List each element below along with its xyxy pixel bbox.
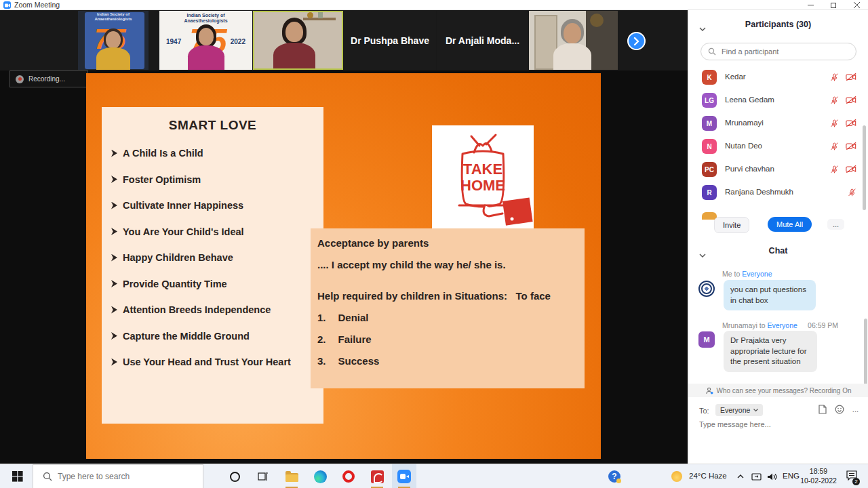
maximize-button[interactable] bbox=[822, 0, 845, 10]
cast-screen-icon[interactable] bbox=[749, 464, 764, 488]
numbered-item: 2.Failure bbox=[317, 333, 585, 345]
mute-all-button[interactable]: Mute All bbox=[768, 217, 812, 232]
taskbar-search-input[interactable] bbox=[58, 472, 186, 481]
notification-badge: 2 bbox=[852, 478, 860, 485]
numbered-item: 3.Success bbox=[317, 355, 585, 367]
list-item: A Child Is a Child bbox=[111, 148, 314, 159]
svg-text:HOME: HOME bbox=[460, 177, 505, 194]
weather-text[interactable]: 24°C Haze bbox=[689, 472, 727, 480]
shared-presentation-slide: SMART LOVE A Child Is a Child Foster Opt… bbox=[86, 73, 601, 459]
action-center-icon[interactable]: 2 bbox=[842, 464, 861, 488]
take-home-graphic: TAKE HOME bbox=[432, 125, 534, 228]
mic-off-icon bbox=[830, 119, 839, 128]
participant-video-tile[interactable]: Indian Society of Anaesthesiologists 75 bbox=[78, 11, 149, 70]
help-heading: Help required by children in Situations:… bbox=[317, 290, 585, 302]
taskbar: ? 24°C Haze ENG 18:59 10-02-2022 2 bbox=[0, 464, 868, 488]
chat-more-button[interactable]: ... bbox=[852, 405, 859, 413]
next-page-videos-button[interactable] bbox=[627, 32, 646, 50]
zoom-app-icon bbox=[3, 1, 11, 9]
start-button[interactable] bbox=[7, 464, 28, 488]
task-view-icon[interactable] bbox=[254, 464, 273, 488]
video-off-icon bbox=[846, 165, 856, 174]
list-item: You Are Your Child's Ideal bbox=[111, 226, 314, 237]
avatar: R bbox=[702, 185, 717, 200]
opera-browser-icon[interactable] bbox=[339, 464, 358, 488]
participant-row[interactable]: K Kedar bbox=[688, 66, 868, 89]
close-button[interactable] bbox=[845, 0, 868, 10]
list-item: Happy Children Behave bbox=[111, 252, 314, 263]
zoom-meeting-window: Zoom Meeting Indian Society of Anaesthes… bbox=[0, 0, 868, 488]
recipient-link[interactable]: Everyone bbox=[742, 270, 772, 278]
acceptance-heading: Acceptance by parents bbox=[317, 237, 585, 249]
file-attach-icon[interactable] bbox=[818, 405, 827, 414]
cortana-icon[interactable] bbox=[225, 464, 244, 488]
arrow-bullet-icon bbox=[111, 332, 117, 340]
participant-silhouette bbox=[553, 19, 591, 70]
edge-browser-icon[interactable] bbox=[311, 464, 330, 488]
taskbar-search[interactable] bbox=[33, 464, 203, 488]
numbered-item: 1.Denial bbox=[317, 312, 585, 323]
list-item: Use Your Head and Trust Your Heart bbox=[111, 357, 314, 367]
list-item: Attention Breeds Independence bbox=[111, 304, 314, 315]
mic-off-icon bbox=[830, 73, 839, 82]
chat-avatar: M bbox=[698, 331, 715, 348]
volume-icon[interactable] bbox=[764, 464, 780, 488]
participants-more-button[interactable]: ... bbox=[827, 219, 844, 230]
arrow-bullet-icon bbox=[111, 359, 117, 366]
participant-row[interactable]: M Mrunamayi bbox=[688, 112, 868, 135]
to-label: To: bbox=[699, 407, 709, 415]
avatar: PC bbox=[702, 162, 717, 177]
participant-name-tile[interactable]: Dr Pushpa Bhave bbox=[344, 11, 436, 70]
arrow-bullet-icon bbox=[111, 228, 117, 235]
avatar: M bbox=[702, 116, 717, 131]
recording-indicator[interactable]: Recording... bbox=[9, 70, 88, 87]
avatar: N bbox=[702, 139, 717, 154]
participant-row[interactable]: N Nutan Deo bbox=[688, 135, 868, 158]
arrow-bullet-icon bbox=[111, 202, 117, 209]
participants-scrollbar[interactable] bbox=[863, 125, 866, 210]
chat-message-input[interactable] bbox=[699, 420, 855, 428]
help-icon[interactable]: ? bbox=[605, 464, 624, 488]
participant-row[interactable]: PC Purvi chavhan bbox=[688, 158, 868, 181]
privacy-note-bar[interactable]: Who can see your messages? Recording On bbox=[688, 384, 868, 397]
language-indicator[interactable]: ENG bbox=[783, 472, 800, 480]
recipient-dropdown[interactable]: Everyone bbox=[715, 404, 763, 416]
message-time: 06:59 PM bbox=[808, 321, 838, 329]
taskbar-clock[interactable]: 18:59 10-02-2022 bbox=[799, 466, 838, 485]
video-off-icon bbox=[846, 119, 856, 127]
mic-off-icon bbox=[830, 96, 839, 105]
chat-message-meta: Me to Everyone bbox=[722, 270, 772, 278]
chat-avatar bbox=[698, 281, 715, 297]
show-hidden-icons[interactable] bbox=[734, 464, 747, 488]
video-off-icon bbox=[846, 142, 856, 150]
participant-row[interactable]: LG Leena Gedam bbox=[688, 89, 868, 112]
date: 10-02-2022 bbox=[799, 476, 838, 485]
acrobat-icon[interactable] bbox=[368, 464, 387, 488]
mic-off-icon bbox=[848, 188, 856, 197]
time: 18:59 bbox=[799, 466, 838, 476]
minimize-button[interactable] bbox=[799, 0, 822, 10]
weather-icon[interactable] bbox=[669, 464, 685, 488]
chat-scrollbar[interactable] bbox=[864, 319, 867, 386]
active-speaker-video-tile[interactable] bbox=[253, 11, 343, 70]
file-explorer-icon[interactable] bbox=[282, 464, 301, 488]
participant-video-tile[interactable]: Indian Society of Anaesthesiologists 75 … bbox=[159, 11, 252, 70]
participant-name-tile[interactable]: Dr Anjali Moda... bbox=[437, 11, 528, 70]
participant-search[interactable] bbox=[701, 43, 856, 60]
recipient-link[interactable]: Everyone bbox=[768, 321, 797, 329]
list-item: Provide Quantity Time bbox=[111, 279, 314, 289]
slide-title: SMART LOVE bbox=[111, 118, 314, 133]
emoji-icon[interactable] bbox=[835, 405, 844, 414]
chat-message-bubble[interactable]: Dr Prajakta very appropriate lecture for… bbox=[724, 331, 817, 372]
invite-button[interactable]: Invite bbox=[714, 217, 749, 233]
participant-silhouette bbox=[188, 24, 224, 70]
list-item: Foster Optimism bbox=[111, 174, 314, 185]
search-icon bbox=[708, 47, 716, 56]
participant-video-tile[interactable] bbox=[529, 11, 618, 70]
zoom-taskbar-icon[interactable] bbox=[395, 464, 414, 488]
participant-row[interactable]: R Ranjana Deshmukh bbox=[688, 181, 868, 204]
title-bar: Zoom Meeting bbox=[0, 0, 868, 10]
side-panel: Participants (30) K Kedar LG Leena Gedam… bbox=[688, 10, 868, 464]
participant-search-input[interactable] bbox=[701, 43, 856, 60]
chat-message-bubble[interactable]: you can put questions in chat box bbox=[724, 280, 816, 310]
